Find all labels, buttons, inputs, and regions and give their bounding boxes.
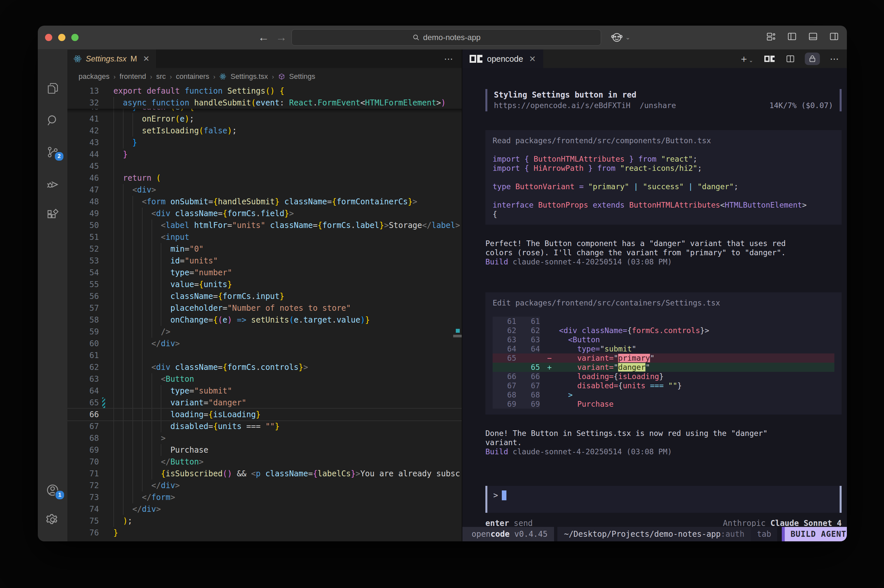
editor-actions-more-icon[interactable]: ⋯ xyxy=(435,50,462,68)
diff-row: 6161 xyxy=(492,316,834,326)
line-number[interactable]: 50 xyxy=(68,219,99,231)
tab-settings-tsx[interactable]: Settings.tsx M ✕ xyxy=(68,50,156,68)
close-window-button[interactable] xyxy=(45,34,52,41)
settings-gear-icon[interactable] xyxy=(38,508,68,531)
indent-guides xyxy=(113,468,161,480)
breadcrumb: packages› frontend› src› containers› Set… xyxy=(68,68,462,85)
line-number[interactable]: 49 xyxy=(68,208,99,219)
code-line: 48<form onSubmit={handleSubmit} classNam… xyxy=(68,196,462,208)
line-number[interactable]: 58 xyxy=(68,314,99,326)
line-number[interactable]: 52 xyxy=(68,243,99,255)
token: id xyxy=(170,256,180,266)
new-terminal-button[interactable]: ＋⌄ xyxy=(739,52,753,66)
tab-close-icon[interactable]: ✕ xyxy=(143,54,150,63)
session-header: Styling Settings button in red https://o… xyxy=(485,89,842,111)
prompt-input[interactable]: > xyxy=(485,486,842,513)
run-debug-icon[interactable] xyxy=(38,172,68,195)
customize-layout-icon[interactable] xyxy=(766,32,776,41)
split-terminal-icon[interactable] xyxy=(786,54,795,63)
diff-row: 6969 Purchase xyxy=(492,399,834,409)
search-sidebar-icon[interactable] xyxy=(38,109,68,132)
line-number[interactable]: 69 xyxy=(68,444,99,456)
line-number[interactable]: 32 xyxy=(68,97,99,109)
breadcrumb-item[interactable]: frontend xyxy=(120,72,146,81)
accounts-icon[interactable]: 1 xyxy=(38,478,68,502)
indent-guides xyxy=(113,444,170,456)
line-number[interactable]: 55 xyxy=(68,279,99,290)
token: === xyxy=(650,381,668,390)
scrollbar-handle[interactable] xyxy=(453,335,462,338)
breadcrumb-item[interactable]: Settings xyxy=(289,72,315,81)
breadcrumb-item[interactable]: packages xyxy=(78,72,110,81)
opencode-profile-icon[interactable] xyxy=(764,56,774,62)
line-number[interactable]: 72 xyxy=(68,480,99,491)
toggle-primary-sidebar-icon[interactable] xyxy=(787,32,797,41)
maximize-window-button[interactable] xyxy=(71,34,78,41)
line-number[interactable]: 71 xyxy=(68,468,99,480)
minimize-window-button[interactable] xyxy=(58,34,65,41)
breadcrumb-item[interactable]: containers xyxy=(176,72,209,81)
line-number[interactable]: 42 xyxy=(68,125,99,136)
overview-ruler-mark xyxy=(456,329,460,333)
extensions-icon[interactable] xyxy=(38,203,68,227)
line-number[interactable]: 74 xyxy=(68,503,99,515)
lock-icon[interactable] xyxy=(805,52,820,65)
line-number[interactable]: 61 xyxy=(68,350,99,362)
line-number[interactable]: 43 xyxy=(68,136,99,148)
assistant-menu-button[interactable]: ⌄ xyxy=(610,31,630,44)
line-number[interactable]: 54 xyxy=(68,267,99,279)
toggle-panel-icon[interactable] xyxy=(808,32,818,41)
line-number[interactable]: 59 xyxy=(68,326,99,338)
line-number[interactable]: 46 xyxy=(68,172,99,184)
line-number[interactable]: 66 xyxy=(68,409,99,420)
token: . xyxy=(351,221,356,230)
token: e xyxy=(222,315,227,324)
token: "number" xyxy=(194,268,232,277)
back-button[interactable]: ← xyxy=(258,26,269,49)
opencode-terminal[interactable]: Styling Settings button in red https://o… xyxy=(462,68,847,542)
line-number[interactable]: 70 xyxy=(68,456,99,468)
token: ) xyxy=(123,516,128,526)
line-number[interactable]: 48 xyxy=(68,196,99,208)
line-number[interactable]: 60 xyxy=(68,338,99,350)
line-number[interactable]: 13 xyxy=(68,85,99,97)
line-number[interactable]: 56 xyxy=(68,290,99,302)
line-number[interactable]: 41 xyxy=(68,113,99,125)
diff-sign xyxy=(540,344,559,354)
line-number[interactable]: 44 xyxy=(68,148,99,160)
diff-sign xyxy=(540,335,559,344)
diff-new-line-number: 69 xyxy=(516,399,540,409)
diff-row: 6262<div className={formCs.controls}> xyxy=(492,326,834,335)
line-number[interactable]: 65 xyxy=(68,397,99,409)
panel-more-icon[interactable]: ⋯ xyxy=(830,54,839,64)
token xyxy=(511,182,515,191)
explorer-icon[interactable] xyxy=(38,76,68,100)
tab-opencode[interactable]: opencode ✕ xyxy=(462,50,543,68)
line-number[interactable]: 51 xyxy=(68,231,99,243)
line-number[interactable]: 53 xyxy=(68,255,99,267)
line-number[interactable]: 68 xyxy=(68,432,99,444)
line-number[interactable]: 62 xyxy=(68,362,99,373)
line-number[interactable]: 76 xyxy=(68,527,99,539)
command-center-search[interactable]: demo-notes-app xyxy=(291,29,601,46)
tool-code-line xyxy=(492,191,834,200)
line-number[interactable]: 64 xyxy=(68,385,99,397)
line-number[interactable]: 57 xyxy=(68,302,99,314)
forward-button[interactable]: → xyxy=(276,26,287,49)
line-number[interactable]: 75 xyxy=(68,515,99,527)
line-number[interactable]: 45 xyxy=(68,160,99,172)
breadcrumb-item[interactable]: src xyxy=(156,72,166,81)
line-number[interactable]: 67 xyxy=(68,420,99,432)
breadcrumb-item[interactable]: Settings.tsx xyxy=(230,72,268,81)
code-editor[interactable]: 13export default function Settings() {32… xyxy=(68,85,462,542)
token: = xyxy=(579,182,584,191)
source-control-icon[interactable]: 2 xyxy=(38,140,68,164)
token: > xyxy=(384,221,389,230)
line-number[interactable]: 47 xyxy=(68,184,99,196)
panel-tab-close-icon[interactable]: ✕ xyxy=(529,54,536,64)
token: async xyxy=(123,98,152,107)
line-number[interactable]: 73 xyxy=(68,491,99,503)
line-number[interactable]: 63 xyxy=(68,373,99,385)
toggle-secondary-sidebar-icon[interactable] xyxy=(829,32,839,41)
token: ; xyxy=(128,516,132,526)
